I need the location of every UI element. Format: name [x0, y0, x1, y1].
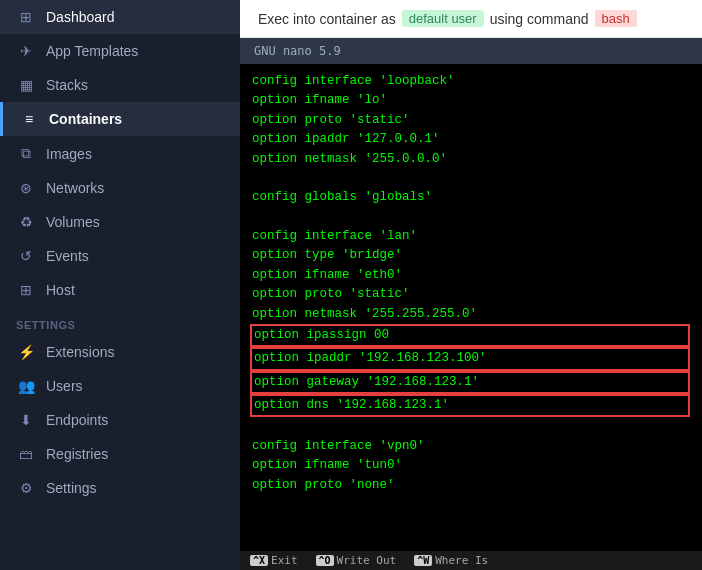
terminal-line: option ifname 'eth0' [252, 266, 690, 285]
sidebar-item-registries[interactable]: 🗃Registries [0, 437, 240, 471]
extensions-icon: ⚡ [16, 344, 36, 360]
topbar-badge-green: default user [402, 10, 484, 27]
terminal-line: option proto 'static' [252, 111, 690, 130]
sidebar: ⊞Dashboard✈App Templates▦Stacks≡Containe… [0, 0, 240, 570]
top-bar: Exec into container as default user usin… [240, 0, 702, 38]
terminal-line: option ipaddr '127.0.0.1' [252, 130, 690, 149]
images-icon: ⧉ [16, 145, 36, 162]
terminal-line: config interface 'vpn0' [252, 437, 690, 456]
settings-label: Settings [46, 480, 97, 496]
sidebar-item-networks[interactable]: ⊛Networks [0, 171, 240, 205]
terminal-body[interactable]: config interface 'loopback' option ifnam… [240, 64, 702, 551]
sidebar-item-extensions[interactable]: ⚡Extensions [0, 335, 240, 369]
registries-label: Registries [46, 446, 108, 462]
bottom-key: ^W [414, 555, 432, 566]
terminal-line [252, 208, 690, 227]
stacks-icon: ▦ [16, 77, 36, 93]
images-label: Images [46, 146, 92, 162]
sidebar-item-host[interactable]: ⊞Host [0, 273, 240, 307]
users-label: Users [46, 378, 83, 394]
users-icon: 👥 [16, 378, 36, 394]
terminal-line: option gateway '192.168.123.1' [252, 371, 690, 394]
app-templates-label: App Templates [46, 43, 138, 59]
bottom-key: ^X [250, 555, 268, 566]
sidebar-item-events[interactable]: ↺Events [0, 239, 240, 273]
app-templates-icon: ✈ [16, 43, 36, 59]
sidebar-item-app-templates[interactable]: ✈App Templates [0, 34, 240, 68]
stacks-label: Stacks [46, 77, 88, 93]
main-content: Exec into container as default user usin… [240, 0, 702, 570]
terminal-line: config globals 'globals' [252, 188, 690, 207]
terminal-titlebar: GNU nano 5.9 [240, 38, 702, 64]
settings-section-label: SETTINGS [0, 307, 240, 335]
bottom-key: ^O [316, 555, 334, 566]
bottom-bar-item-write-out: ^O Write Out [316, 554, 397, 567]
endpoints-label: Endpoints [46, 412, 108, 428]
host-label: Host [46, 282, 75, 298]
networks-label: Networks [46, 180, 104, 196]
sidebar-item-settings[interactable]: ⚙Settings [0, 471, 240, 505]
events-icon: ↺ [16, 248, 36, 264]
dashboard-icon: ⊞ [16, 9, 36, 25]
volumes-icon: ♻ [16, 214, 36, 230]
terminal-line: option proto 'none' [252, 476, 690, 495]
sidebar-item-images[interactable]: ⧉Images [0, 136, 240, 171]
terminal-line: config interface 'lan' [252, 227, 690, 246]
topbar-prefix: Exec into container as [258, 11, 396, 27]
extensions-label: Extensions [46, 344, 114, 360]
sidebar-item-dashboard[interactable]: ⊞Dashboard [0, 0, 240, 34]
terminal-line: option netmask '255.255.255.0' [252, 305, 690, 324]
networks-icon: ⊛ [16, 180, 36, 196]
endpoints-icon: ⬇ [16, 412, 36, 428]
terminal-line: option ipaddr '192.168.123.100' [252, 347, 690, 370]
topbar-badge-red: bash [595, 10, 637, 27]
dashboard-label: Dashboard [46, 9, 115, 25]
bottom-bar-item-where-is: ^W Where Is [414, 554, 488, 567]
terminal-line: option proto 'static' [252, 285, 690, 304]
bottom-bar-item-exit: ^X Exit [250, 554, 298, 567]
topbar-middle: using command [490, 11, 589, 27]
sidebar-item-containers[interactable]: ≡Containers [0, 102, 240, 136]
terminal-wrapper: GNU nano 5.9 config interface 'loopback'… [240, 38, 702, 570]
events-label: Events [46, 248, 89, 264]
terminal-line [252, 417, 690, 436]
sidebar-item-users[interactable]: 👥Users [0, 369, 240, 403]
terminal-line: option type 'bridge' [252, 246, 690, 265]
host-icon: ⊞ [16, 282, 36, 298]
volumes-label: Volumes [46, 214, 100, 230]
terminal-line: option netmask '255.0.0.0' [252, 150, 690, 169]
terminal-line: option ifname 'tun0' [252, 456, 690, 475]
settings-icon: ⚙ [16, 480, 36, 496]
terminal-line: option dns '192.168.123.1' [252, 394, 690, 417]
sidebar-item-stacks[interactable]: ▦Stacks [0, 68, 240, 102]
terminal-line [252, 169, 690, 188]
terminal-bottom-bar: ^X Exit^O Write Out^W Where Is [240, 551, 702, 570]
sidebar-item-endpoints[interactable]: ⬇Endpoints [0, 403, 240, 437]
containers-icon: ≡ [19, 111, 39, 127]
terminal-line: option ifname 'lo' [252, 91, 690, 110]
sidebar-item-volumes[interactable]: ♻Volumes [0, 205, 240, 239]
terminal-line: option ipassign 00 [252, 324, 690, 347]
containers-label: Containers [49, 111, 122, 127]
registries-icon: 🗃 [16, 446, 36, 462]
terminal-line: config interface 'loopback' [252, 72, 690, 91]
